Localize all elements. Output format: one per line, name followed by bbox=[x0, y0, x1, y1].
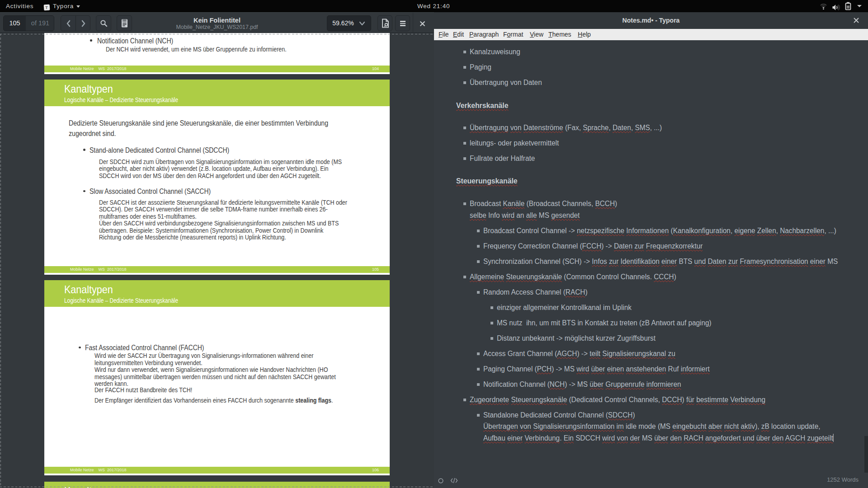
svg-text:T: T bbox=[45, 5, 48, 10]
